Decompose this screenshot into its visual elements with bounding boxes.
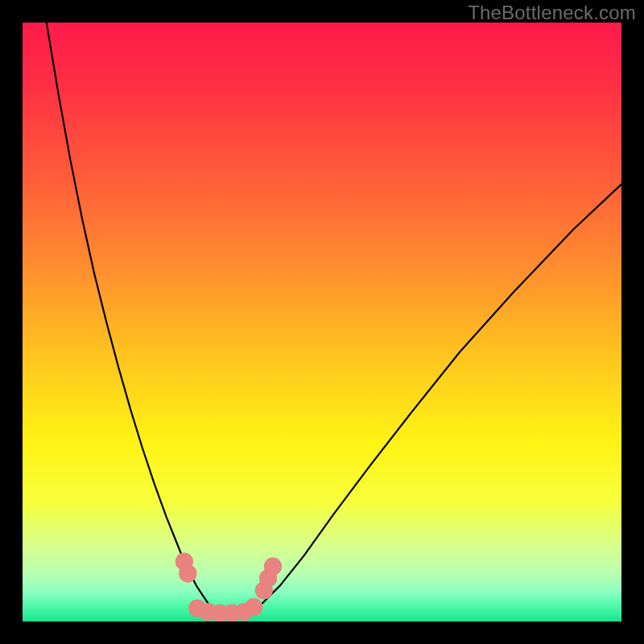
- chart-frame: TheBottleneck.com: [0, 0, 644, 644]
- curve-marker: [179, 564, 196, 582]
- chart-svg: [23, 23, 621, 621]
- watermark-text: TheBottleneck.com: [468, 2, 636, 24]
- curve-marker: [264, 557, 282, 575]
- bottleneck-curve: [47, 23, 621, 616]
- plot-area: [23, 23, 621, 621]
- curve-marker: [245, 598, 262, 616]
- curve-markers: [175, 552, 282, 621]
